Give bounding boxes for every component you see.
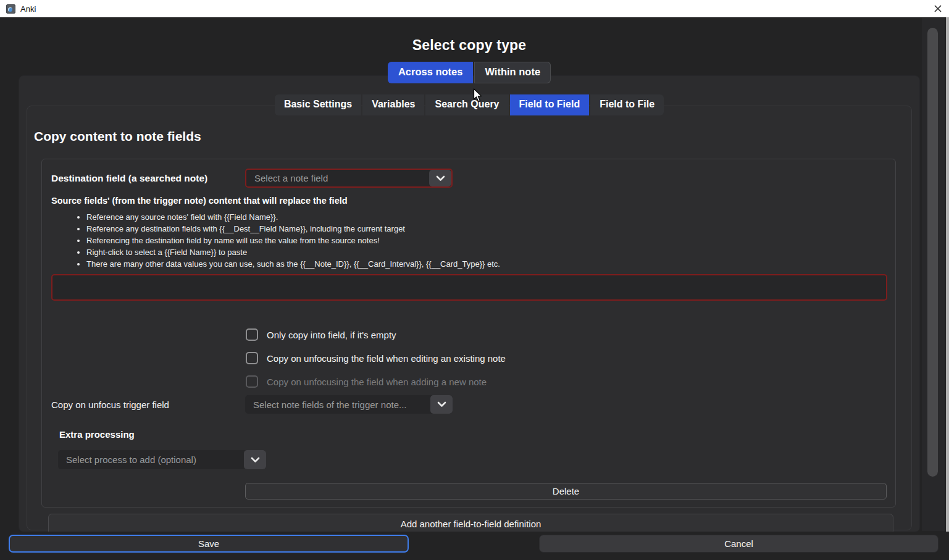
cancel-button[interactable]: Cancel [539, 535, 939, 553]
extra-processing-dropdown[interactable]: Select process to add (optional) [58, 450, 266, 469]
hint-item: There are many other data values you can… [86, 258, 500, 270]
save-button[interactable]: Save [9, 535, 409, 553]
checkbox-label: Only copy into field, if it's empty [267, 330, 396, 340]
toggle-across-notes[interactable]: Across notes [388, 62, 474, 83]
tab-search-query[interactable]: Search Query [425, 94, 508, 115]
checkbox-icon[interactable] [246, 328, 258, 341]
hint-item: Reference any source notes' field with {… [86, 211, 500, 223]
close-icon[interactable] [930, 1, 945, 16]
tab-basic-settings[interactable]: Basic Settings [275, 94, 361, 115]
footer-bar: Save Cancel [0, 532, 949, 560]
checkbox-label: Copy on unfocusing the field when editin… [267, 353, 506, 364]
field-to-field-group: Destination field (a searched note) Sele… [41, 159, 896, 508]
delete-button[interactable]: Delete [245, 483, 887, 499]
content-template-input[interactable] [51, 274, 887, 301]
tab-variables[interactable]: Variables [362, 94, 424, 115]
anki-app-icon [6, 4, 15, 14]
destination-dropdown-button[interactable] [429, 170, 451, 186]
checkbox-row-only-if-empty[interactable]: Only copy into field, if it's empty [246, 327, 396, 343]
copy-type-toggle-group: Across notes Within note [0, 62, 939, 83]
destination-field-dropdown[interactable]: Select a note field [245, 169, 453, 188]
unfocus-trigger-label: Copy on unfocus trigger field [51, 399, 169, 410]
tab-field-to-field[interactable]: Field to Field [510, 94, 590, 115]
chevron-down-icon [436, 173, 445, 184]
checkbox-icon [246, 375, 258, 388]
unfocus-trigger-dropdown[interactable]: Select note fields of the trigger note..… [245, 395, 453, 414]
toggle-within-note[interactable]: Within note [474, 62, 551, 83]
hint-item: Reference any destination fields with {{… [86, 223, 500, 235]
tab-bar: Basic Settings Variables Search Query Fi… [0, 94, 939, 115]
tab-field-to-file[interactable]: Field to File [590, 94, 664, 115]
hint-list: Reference any source notes' field with {… [77, 211, 500, 270]
checkbox-label: Copy on unfocusing the field when adding… [267, 377, 487, 387]
checkbox-row-unfocus-editing[interactable]: Copy on unfocusing the field when editin… [246, 350, 506, 366]
window-titlebar: Anki [0, 0, 949, 17]
source-fields-heading: Source fields' (from the trigger note) c… [51, 196, 348, 206]
mouse-cursor-icon [473, 88, 483, 105]
window-title: Anki [20, 4, 36, 14]
destination-field-label: Destination field (a searched note) [51, 173, 207, 184]
extra-dropdown-button[interactable] [244, 450, 266, 469]
hint-item: Right-click to select a {{Field Name}} t… [86, 246, 500, 258]
copy-type-heading: Select copy type [0, 37, 939, 54]
chevron-down-icon [437, 399, 446, 410]
section-heading: Copy content to note fields [34, 129, 201, 144]
hint-item: Referencing the destination field by nam… [86, 235, 500, 246]
extra-processing-heading: Extra processing [59, 429, 135, 440]
chevron-down-icon [251, 454, 260, 466]
checkbox-icon[interactable] [246, 352, 258, 364]
unfocus-trigger-placeholder: Select note fields of the trigger note..… [245, 399, 430, 410]
trigger-dropdown-button[interactable] [430, 395, 453, 414]
destination-field-placeholder: Select a note field [246, 173, 429, 183]
checkbox-row-unfocus-adding: Copy on unfocusing the field when adding… [246, 374, 487, 390]
extra-processing-placeholder: Select process to add (optional) [58, 454, 244, 465]
window-edge-strip [946, 17, 949, 560]
